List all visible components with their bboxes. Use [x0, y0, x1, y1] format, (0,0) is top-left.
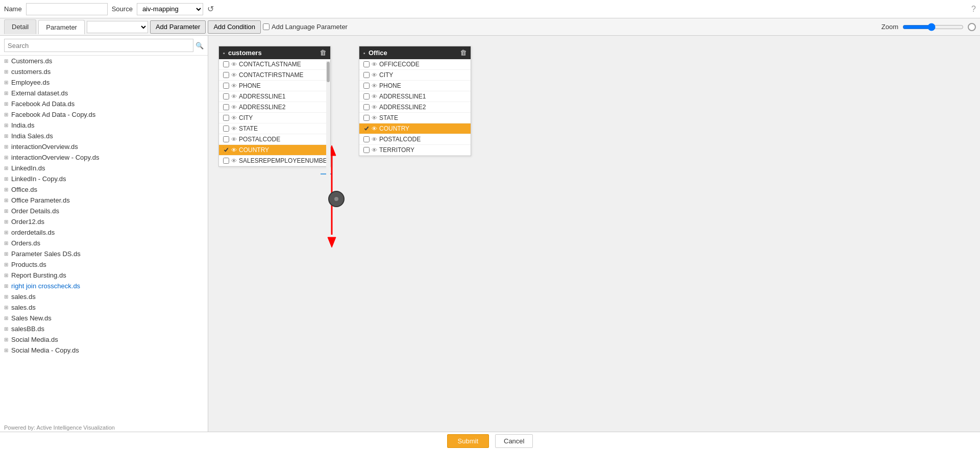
customers-scroll-thumb[interactable] — [327, 62, 330, 82]
tab-parameter[interactable]: Parameter — [38, 20, 85, 34]
field-checkbox[interactable] — [223, 93, 229, 99]
sidebar-item[interactable]: ⊞External dataset.ds — [0, 88, 208, 98]
sidebar-item[interactable]: ⊞LinkedIn.ds — [0, 163, 208, 173]
field-row[interactable]: 👁STATE — [219, 123, 330, 134]
field-row[interactable]: 👁COUNTRY — [219, 145, 330, 156]
sidebar-item[interactable]: ⊞salesBB.ds — [0, 323, 208, 334]
field-row[interactable]: 👁CONTACTFIRSTNAME — [219, 70, 330, 81]
field-eye-icon: 👁 — [372, 61, 377, 67]
sidebar-item[interactable]: ⊞Employee.ds — [0, 77, 208, 88]
field-row[interactable]: 👁POSTALCODE — [359, 134, 471, 145]
zoom-slider[interactable] — [902, 23, 964, 31]
field-checkbox[interactable] — [223, 147, 229, 153]
sidebar-item-label: Order Details.ds — [11, 207, 59, 215]
sidebar-item-label: Orders.ds — [11, 239, 40, 247]
sidebar-item[interactable]: ⊞Office.ds — [0, 184, 208, 195]
sidebar-item[interactable]: ⊞India.ds — [0, 120, 208, 131]
sidebar-item[interactable]: ⊞Orders.ds — [0, 238, 208, 248]
sidebar-item-label: Report Bursting.ds — [11, 271, 66, 279]
add-condition-button[interactable]: Add Condition — [208, 20, 261, 34]
cancel-button[interactable]: Cancel — [495, 434, 533, 448]
sidebar-item[interactable]: ⊞interactionOverview.ds — [0, 141, 208, 152]
sidebar-item-label: Sales New.ds — [11, 314, 52, 322]
name-input[interactable] — [26, 3, 108, 15]
sidebar-item[interactable]: ⊞Products.ds — [0, 259, 208, 270]
sidebar-item[interactable]: ⊞Facebook Ad Data.ds — [0, 98, 208, 109]
field-checkbox[interactable] — [223, 61, 229, 67]
sidebar-item[interactable]: ⊞Facebook Ad Data - Copy.ds — [0, 109, 208, 120]
field-checkbox[interactable] — [223, 126, 229, 132]
field-row[interactable]: 👁ADDRESSLINE1 — [359, 91, 471, 102]
sidebar-item[interactable]: ⊞Parameter Sales DS.ds — [0, 248, 208, 259]
field-eye-icon: 👁 — [231, 104, 237, 110]
sidebar-item[interactable]: ⊞Social Media.ds — [0, 334, 208, 345]
sidebar-item[interactable]: ⊞India Sales.ds — [0, 131, 208, 141]
field-row[interactable]: 👁POSTALCODE — [219, 134, 330, 145]
sidebar-item[interactable]: ⊞Report Bursting.ds — [0, 270, 208, 281]
sidebar-item[interactable]: ⊞sales.ds — [0, 302, 208, 313]
field-row[interactable]: 👁SALESREPEMPLOYEENUMBER — [219, 156, 330, 166]
field-row[interactable]: 👁ADDRESSLINE2 — [219, 102, 330, 113]
search-input[interactable] — [4, 39, 193, 52]
sidebar-item[interactable]: ⊞Order Details.ds — [0, 206, 208, 216]
field-row[interactable]: 👁PHONE — [359, 81, 471, 91]
field-row[interactable]: 👁TERRITORY — [359, 145, 471, 156]
field-checkbox[interactable] — [363, 126, 370, 132]
field-row[interactable]: 👁CITY — [359, 70, 471, 81]
field-checkbox[interactable] — [223, 83, 229, 89]
sidebar-item[interactable]: ⊞Order12.ds — [0, 216, 208, 227]
sidebar-item[interactable]: ⊞Office Parameter.ds — [0, 195, 208, 206]
field-checkbox[interactable] — [223, 136, 229, 142]
grid-icon: ⊞ — [4, 337, 8, 342]
customers-delete-icon[interactable]: 🗑 — [320, 49, 326, 57]
field-checkbox[interactable] — [223, 158, 229, 164]
add-language-checkbox[interactable] — [263, 23, 270, 30]
sidebar-item[interactable]: ⊞Sales New.ds — [0, 313, 208, 323]
grid-icon: ⊞ — [4, 219, 8, 224]
office-delete-icon[interactable]: 🗑 — [460, 49, 467, 57]
field-row[interactable]: 👁ADDRESSLINE2 — [359, 102, 471, 113]
field-name: CITY — [239, 114, 253, 121]
field-checkbox[interactable] — [363, 72, 370, 78]
field-row[interactable]: 👁COUNTRY — [359, 123, 471, 134]
field-row[interactable]: 👁ADDRESSLINE1 — [219, 91, 330, 102]
add-parameter-button[interactable]: Add Parameter — [150, 20, 206, 34]
sidebar-item[interactable]: ⊞LinkedIn - Copy.ds — [0, 173, 208, 184]
sidebar-item-link[interactable]: right join crosscheck.ds — [11, 282, 80, 290]
refresh-icon[interactable]: ↺ — [207, 4, 214, 14]
field-row[interactable]: 👁CONTACTLASTNAME — [219, 59, 330, 70]
field-row[interactable]: 👁STATE — [359, 113, 471, 123]
grid-icon: ⊞ — [4, 326, 8, 332]
sidebar-item[interactable]: ⊞interactionOverview - Copy.ds — [0, 152, 208, 163]
field-checkbox[interactable] — [223, 104, 229, 110]
join-circle[interactable] — [328, 191, 345, 207]
source-select[interactable]: aiv-mapping — [137, 3, 203, 15]
field-checkbox[interactable] — [363, 61, 370, 67]
tab-detail[interactable]: Detail — [4, 19, 36, 34]
field-checkbox[interactable] — [223, 115, 229, 121]
field-checkbox[interactable] — [223, 72, 229, 78]
field-checkbox[interactable] — [363, 104, 370, 110]
field-row[interactable]: 👁PHONE — [219, 81, 330, 91]
sidebar-item[interactable]: ⊞orderdetails.ds — [0, 227, 208, 238]
sidebar-item-label: interactionOverview.ds — [11, 143, 78, 151]
sidebar-item[interactable]: ⊞Customers.ds — [0, 56, 208, 66]
customers-scrollbar[interactable] — [326, 61, 330, 181]
sidebar-item-label: LinkedIn - Copy.ds — [11, 175, 66, 183]
tab-dropdown[interactable] — [87, 21, 148, 33]
field-checkbox[interactable] — [363, 136, 370, 142]
field-row[interactable]: 👁CITY — [219, 113, 330, 123]
field-checkbox[interactable] — [363, 147, 370, 153]
canvas-area[interactable]: ▪ customers 🗑 👁CONTACTLASTNAME👁CONTACTFI… — [208, 36, 980, 432]
field-checkbox[interactable] — [363, 93, 370, 99]
field-row[interactable]: 👁OFFICECODE — [359, 59, 471, 70]
submit-button[interactable]: Submit — [447, 434, 489, 448]
grid-icon: ⊞ — [4, 80, 8, 85]
sidebar-item[interactable]: ⊞customers.ds — [0, 66, 208, 77]
sidebar-item[interactable]: ⊞Social Media - Copy.ds — [0, 345, 208, 356]
field-checkbox[interactable] — [363, 83, 370, 89]
sidebar-item[interactable]: ⊞sales.ds — [0, 291, 208, 302]
sidebar-item[interactable]: ⊞right join crosscheck.ds — [0, 281, 208, 291]
help-icon[interactable]: ? — [971, 5, 976, 14]
field-checkbox[interactable] — [363, 115, 370, 121]
